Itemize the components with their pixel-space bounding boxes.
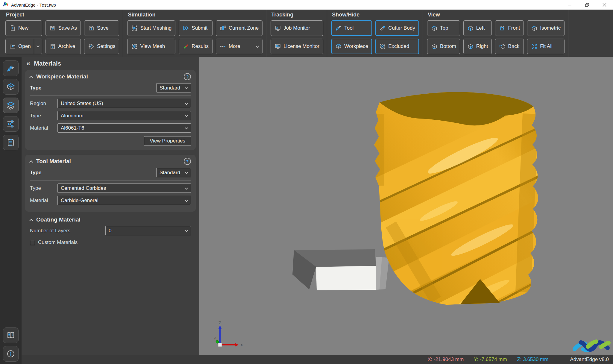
collapse-section-icon[interactable] bbox=[29, 75, 33, 79]
collapse-panel-icon[interactable]: « bbox=[26, 60, 30, 67]
sidebar-item-summary[interactable] bbox=[3, 135, 19, 150]
chevron-down-icon bbox=[185, 186, 188, 189]
info-icon bbox=[6, 349, 15, 358]
license-monitor-button[interactable]: License Monitor bbox=[271, 39, 323, 54]
minimize-button[interactable] bbox=[561, 0, 578, 10]
view-right-button[interactable]: Right bbox=[463, 39, 492, 54]
tool-type-dropdown[interactable]: Standard bbox=[156, 168, 191, 177]
settings-gear-icon bbox=[88, 43, 95, 50]
ribbon-section-view: View Top Bottom Left Right Front bbox=[423, 10, 568, 57]
card-title: Coating Material bbox=[36, 216, 81, 223]
sliders-icon bbox=[6, 119, 15, 128]
collapse-section-icon[interactable] bbox=[29, 219, 33, 222]
sidebar-item-about[interactable] bbox=[3, 346, 19, 362]
view-left-cube-icon bbox=[467, 25, 474, 31]
sidebar-item-process-parameters[interactable] bbox=[3, 116, 19, 132]
fit-all-icon bbox=[531, 43, 538, 50]
workpiece-icon bbox=[6, 82, 15, 91]
start-meshing-icon bbox=[131, 25, 138, 31]
view-bottom-button[interactable]: Bottom bbox=[427, 39, 460, 54]
archive-button[interactable]: Archive bbox=[45, 39, 81, 54]
materials-panel: « Materials Workpiece Material ? Type St… bbox=[22, 57, 199, 355]
card-title: Tool Material bbox=[36, 158, 71, 165]
axis-x-label: X bbox=[240, 343, 243, 347]
save-icon bbox=[88, 25, 95, 31]
open-folder-icon bbox=[9, 43, 16, 50]
settings-button[interactable]: Settings bbox=[84, 39, 119, 54]
job-monitor-button[interactable]: Job Monitor bbox=[271, 20, 323, 36]
chevron-down-icon bbox=[185, 113, 188, 117]
custom-materials-checkbox[interactable] bbox=[30, 240, 35, 245]
app-version: AdvantEdge v8.0 bbox=[570, 357, 609, 363]
workpiece-3d bbox=[292, 249, 389, 290]
workpiece-material-dropdown[interactable]: Al6061-T6 bbox=[57, 123, 191, 133]
viewport-3d[interactable]: Z X Y bbox=[199, 57, 613, 355]
layers-dropdown[interactable]: 0 bbox=[105, 226, 191, 235]
sidebar-item-documentation[interactable] bbox=[3, 327, 19, 343]
show-workpiece-toggle[interactable]: Workpiece bbox=[331, 39, 372, 54]
section-title: Show/Hide bbox=[332, 12, 419, 18]
save-as-button[interactable]: Save As bbox=[45, 20, 81, 36]
material-type-label: Type bbox=[30, 113, 57, 119]
ribbon-section-simulation: Simulation Start Meshing View Mesh Submi… bbox=[123, 10, 266, 57]
axis-z-label: Z bbox=[219, 321, 221, 325]
sidebar-item-workpiece[interactable] bbox=[3, 79, 19, 95]
sidebar-item-materials[interactable] bbox=[3, 98, 19, 113]
save-button[interactable]: Save bbox=[84, 20, 119, 36]
coating-material-card: Coating Material Number of Layers 0 Cust… bbox=[25, 216, 196, 250]
view-right-cube-icon bbox=[467, 43, 474, 50]
results-button[interactable]: Results bbox=[179, 39, 213, 54]
help-icon[interactable]: ? bbox=[184, 158, 191, 165]
workpiece-icon bbox=[335, 43, 342, 50]
view-isometric-button[interactable]: Isometric bbox=[527, 20, 565, 36]
window-title: AdvantEdge - Test.twp bbox=[11, 2, 56, 7]
show-cutter-body-toggle[interactable]: Cutter Body bbox=[375, 20, 419, 36]
clipboard-icon bbox=[6, 138, 15, 147]
view-top-button[interactable]: Top bbox=[427, 20, 460, 36]
new-button[interactable]: New bbox=[5, 20, 42, 36]
region-label: Region bbox=[30, 101, 57, 107]
submit-button[interactable]: Submit bbox=[179, 20, 213, 36]
submit-icon bbox=[183, 25, 189, 31]
material-label: Material bbox=[30, 125, 57, 131]
current-zone-icon bbox=[220, 25, 226, 31]
help-icon[interactable]: ? bbox=[184, 73, 191, 80]
view-bottom-cube-icon bbox=[431, 43, 438, 50]
license-monitor-icon bbox=[274, 43, 281, 50]
view-front-cube-icon bbox=[499, 25, 506, 31]
section-title: Tracking bbox=[271, 12, 323, 18]
view-left-button[interactable]: Left bbox=[463, 20, 492, 36]
workpiece-type-dropdown[interactable]: Standard bbox=[156, 83, 191, 92]
close-button[interactable] bbox=[596, 0, 613, 10]
view-mesh-button[interactable]: View Mesh bbox=[127, 39, 175, 54]
current-zone-button[interactable]: Current Zone bbox=[216, 20, 263, 36]
view-back-button[interactable]: Back bbox=[495, 39, 524, 54]
view-back-cube-icon bbox=[499, 43, 506, 50]
show-excluded-toggle[interactable]: Excluded bbox=[375, 39, 419, 54]
type-label: Type bbox=[30, 170, 41, 176]
view-fit-all-button[interactable]: Fit All bbox=[527, 39, 565, 54]
view-front-button[interactable]: Front bbox=[495, 20, 524, 36]
results-icon bbox=[183, 43, 189, 50]
show-tool-toggle[interactable]: Tool bbox=[331, 20, 372, 36]
tool-material-dropdown[interactable]: Carbide-General bbox=[57, 196, 191, 205]
collapse-section-icon[interactable] bbox=[29, 160, 33, 164]
open-button[interactable]: Open bbox=[5, 39, 42, 54]
open-dropdown-arrow[interactable] bbox=[34, 39, 42, 54]
left-toolbar bbox=[0, 57, 22, 364]
start-meshing-button[interactable]: Start Meshing bbox=[127, 20, 175, 36]
more-dots-icon bbox=[220, 43, 226, 50]
view-mesh-icon bbox=[131, 43, 138, 50]
tool-material-type-dropdown[interactable]: Cemented Carbides bbox=[57, 183, 191, 193]
more-button[interactable]: More bbox=[216, 39, 263, 54]
region-dropdown[interactable]: United States (US) bbox=[57, 99, 191, 108]
sidebar-item-tool[interactable] bbox=[3, 60, 19, 76]
status-bar: X: -21.9043 mm Y: -7.6574 mm Z: 3.6530 m… bbox=[22, 355, 613, 364]
tool-material-type-label: Type bbox=[30, 185, 57, 191]
view-properties-button[interactable]: View Properties bbox=[144, 136, 191, 146]
new-file-icon bbox=[9, 25, 16, 31]
ribbon-section-project: Project New Open Save As Archive Save bbox=[1, 10, 123, 57]
restore-button[interactable] bbox=[578, 0, 596, 10]
workpiece-material-type-dropdown[interactable]: Aluminum bbox=[57, 111, 191, 120]
view-isometric-cube-icon bbox=[531, 25, 538, 31]
